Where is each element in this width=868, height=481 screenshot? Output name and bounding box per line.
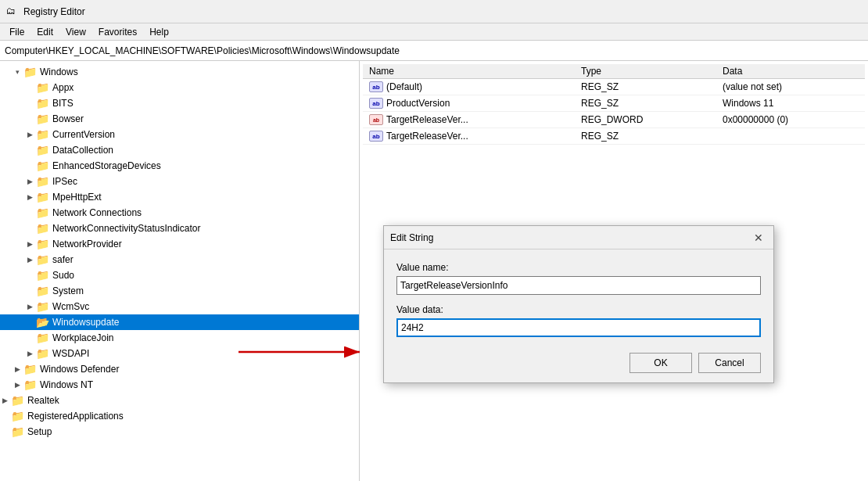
expand-icon-windowsdefender: ▶ bbox=[13, 364, 22, 374]
menu-item-favorites[interactable]: Favorites bbox=[92, 25, 143, 39]
address-bar: Computer\HKEY_LOCAL_MACHINE\SOFTWARE\Pol… bbox=[0, 41, 868, 61]
reg-icon-ab: ab bbox=[369, 98, 383, 109]
tree-item-realtek[interactable]: ▶ 📁 Realtek bbox=[0, 393, 359, 408]
tree-item-enhancedstoragedevices[interactable]: 📁 EnhancedStorageDevices bbox=[0, 158, 359, 174]
tree-label-windowsupdate: Windowsupdate bbox=[52, 317, 119, 328]
reg-data-targetreleasever1: 0x00000000 (0) bbox=[716, 112, 865, 128]
tree-item-appx[interactable]: 📁 Appx bbox=[0, 80, 359, 95]
tree-item-windowsupdate[interactable]: 📂 Windowsupdate bbox=[0, 314, 359, 330]
tree-item-bowser[interactable]: 📁 Bowser bbox=[0, 111, 359, 127]
expand-icon-safer: ▶ bbox=[25, 255, 34, 264]
value-name-label: Value name: bbox=[396, 262, 761, 273]
tree-item-windowsdefender[interactable]: ▶ 📁 Windows Defender bbox=[0, 361, 359, 377]
reg-icon-ab: ab bbox=[369, 131, 383, 142]
folder-icon-windowsnt: 📁 bbox=[23, 379, 37, 391]
reg-data-targetreleasever2 bbox=[716, 128, 865, 145]
value-name-input[interactable] bbox=[396, 276, 761, 295]
expand-icon-networkprovider: ▶ bbox=[25, 239, 34, 249]
ok-button[interactable]: OK bbox=[629, 353, 692, 373]
tree-item-bits[interactable]: 📁 BITS bbox=[0, 95, 359, 111]
folder-icon-setup: 📁 bbox=[11, 425, 24, 438]
reg-type-targetreleasever2: REG_SZ bbox=[575, 128, 716, 145]
tree-label-bits: BITS bbox=[52, 98, 74, 109]
tree-item-currentversion[interactable]: ▶ 📁 CurrentVersion bbox=[0, 127, 359, 142]
tree-label-ipsec: IPSec bbox=[52, 176, 77, 187]
tree-item-system[interactable]: 📁 System bbox=[0, 283, 359, 299]
tree-item-networkconnectivitystatusindicator[interactable]: 📁 NetworkConnectivityStatusIndicator bbox=[0, 221, 359, 236]
folder-icon-realtek: 📁 bbox=[11, 394, 24, 407]
tree-item-mpehttpext[interactable]: ▶ 📁 MpeHttpExt bbox=[0, 189, 359, 205]
tree-item-workplacejoin[interactable]: 📁 WorkplaceJoin bbox=[0, 330, 359, 346]
reg-type-productversion: REG_SZ bbox=[575, 95, 716, 112]
folder-icon-networkprovider: 📁 bbox=[36, 238, 49, 250]
tree-label-networkconnectivitystatusindicator: NetworkConnectivityStatusIndicator bbox=[52, 223, 200, 234]
tree-label-windowsdefender: Windows Defender bbox=[40, 364, 119, 375]
tree-label-mpehttpext: MpeHttpExt bbox=[52, 192, 102, 203]
tree-label-realtek: Realtek bbox=[27, 395, 59, 406]
table-row[interactable]: ab TargetReleaseVer... REG_DWORD 0x00000… bbox=[363, 112, 865, 128]
tree-label-windows: Windows bbox=[40, 66, 78, 77]
reg-icon-ab: ab bbox=[369, 81, 383, 92]
cancel-button[interactable]: Cancel bbox=[698, 353, 761, 373]
tree-item-datacollection[interactable]: 📁 DataCollection bbox=[0, 142, 359, 158]
tree-item-networkprovider[interactable]: ▶ 📁 NetworkProvider bbox=[0, 236, 359, 252]
folder-icon-datacollection: 📁 bbox=[36, 144, 49, 156]
expand-icon-windowsnt: ▶ bbox=[13, 380, 22, 389]
folder-icon-registeredapplications: 📁 bbox=[11, 410, 24, 422]
folder-icon-wsdapi: 📁 bbox=[36, 347, 49, 360]
menu-item-view[interactable]: View bbox=[59, 25, 92, 39]
folder-icon-system: 📁 bbox=[36, 285, 49, 297]
tree-label-workplacejoin: WorkplaceJoin bbox=[52, 332, 113, 343]
folder-icon-currentversion: 📁 bbox=[36, 128, 49, 141]
tree-item-ipsec[interactable]: ▶ 📁 IPSec bbox=[0, 174, 359, 189]
menu-bar: FileEditViewFavoritesHelp bbox=[0, 23, 868, 41]
value-data-input[interactable] bbox=[396, 318, 761, 337]
folder-icon-networkconnections: 📁 bbox=[36, 206, 49, 219]
expand-icon-wsdapi: ▶ bbox=[25, 349, 34, 358]
tree-label-currentversion: CurrentVersion bbox=[52, 129, 115, 140]
address-path: Computer\HKEY_LOCAL_MACHINE\SOFTWARE\Pol… bbox=[5, 45, 400, 56]
app-icon: 🗂 bbox=[6, 5, 19, 18]
edit-string-dialog: Edit String ✕ Value name: Value data: OK… bbox=[383, 225, 774, 383]
tree-label-appx: Appx bbox=[52, 82, 74, 93]
tree-label-wcmsvc: WcmSvc bbox=[52, 301, 89, 312]
reg-data-default: (value not set) bbox=[716, 79, 865, 95]
expand-icon-wcmsvc: ▶ bbox=[25, 302, 34, 311]
tree-item-windowsnt[interactable]: ▶ 📁 Windows NT bbox=[0, 377, 359, 393]
menu-item-edit[interactable]: Edit bbox=[30, 25, 59, 39]
folder-icon-windowsdefender: 📁 bbox=[23, 363, 37, 375]
tree-item-safer[interactable]: ▶ 📁 safer bbox=[0, 252, 359, 267]
folder-icon-windowsupdate: 📂 bbox=[36, 316, 49, 328]
tree-label-enhancedstoragedevices: EnhancedStorageDevices bbox=[52, 160, 161, 171]
tree-label-safer: safer bbox=[52, 254, 74, 265]
tree-label-networkconnections: Network Connections bbox=[52, 207, 142, 218]
tree-item-setup[interactable]: 📁 Setup bbox=[0, 424, 359, 440]
tree-item-wcmsvc[interactable]: ▶ 📁 WcmSvc bbox=[0, 299, 359, 314]
col-name: Name bbox=[363, 64, 575, 79]
dialog-titlebar: Edit String ✕ bbox=[384, 226, 773, 249]
tree-item-windows[interactable]: ▾ 📁 Windows bbox=[0, 64, 359, 80]
tree-item-wsdapi[interactable]: ▶ 📁 WSDAPI bbox=[0, 346, 359, 361]
menu-item-file[interactable]: File bbox=[3, 25, 30, 39]
reg-name-productversion: ProductVersion bbox=[386, 98, 450, 109]
menu-item-help[interactable]: Help bbox=[143, 25, 175, 39]
tree-item-sudo[interactable]: 📁 Sudo bbox=[0, 267, 359, 283]
reg-name-default: (Default) bbox=[386, 81, 422, 92]
folder-icon-enhancedstoragedevices: 📁 bbox=[36, 160, 49, 172]
expand-icon-windows: ▾ bbox=[13, 67, 22, 77]
registry-table: Name Type Data ab (Default) REG_SZ (valu… bbox=[363, 64, 865, 145]
tree-label-registeredapplications: RegisteredApplications bbox=[27, 411, 124, 422]
folder-icon-windows: 📁 bbox=[23, 66, 37, 78]
title-bar: 🗂 Registry Editor bbox=[0, 0, 868, 23]
tree-item-networkconnections[interactable]: 📁 Network Connections bbox=[0, 205, 359, 221]
tree-item-registeredapplications[interactable]: 📁 RegisteredApplications bbox=[0, 408, 359, 424]
tree-label-bowser: Bowser bbox=[52, 113, 84, 124]
table-row[interactable]: ab (Default) REG_SZ (value not set) bbox=[363, 79, 865, 95]
reg-name-targetreleasever2: TargetReleaseVer... bbox=[386, 131, 468, 142]
tree-label-system: System bbox=[52, 285, 84, 296]
dialog-close-button[interactable]: ✕ bbox=[750, 229, 767, 246]
reg-type-default: REG_SZ bbox=[575, 79, 716, 95]
table-row[interactable]: ab TargetReleaseVer... REG_SZ bbox=[363, 128, 865, 145]
table-row[interactable]: ab ProductVersion REG_SZ Windows 11 bbox=[363, 95, 865, 112]
expand-icon-realtek: ▶ bbox=[0, 396, 9, 405]
